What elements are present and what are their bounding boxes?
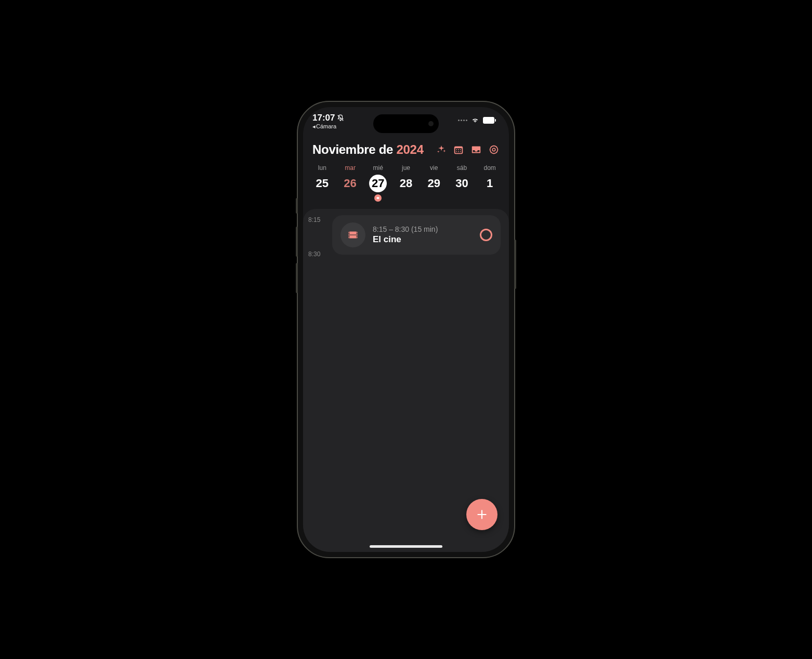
complete-toggle[interactable]: [480, 229, 492, 241]
day-label: mié: [373, 164, 383, 172]
day-label: vie: [430, 164, 438, 172]
svg-rect-19: [348, 237, 349, 238]
svg-rect-16: [348, 232, 349, 233]
time-marker: 8:30: [308, 251, 320, 258]
day-label: dom: [483, 164, 495, 172]
status-back-app[interactable]: ◂ Cámara: [312, 123, 344, 129]
cellular-icon: [458, 120, 467, 121]
year-label: 2024: [397, 142, 424, 156]
time-text: 17:07: [312, 113, 335, 123]
film-icon: [340, 222, 365, 247]
svg-point-11: [492, 148, 495, 151]
status-time: 17:07: [312, 113, 344, 123]
home-indicator[interactable]: [370, 545, 442, 548]
svg-rect-3: [455, 148, 462, 153]
svg-point-10: [490, 146, 498, 154]
day-tue[interactable]: mar 26: [336, 164, 364, 202]
day-fri[interactable]: vie 29: [420, 164, 448, 202]
wifi-icon: [470, 116, 480, 124]
svg-point-6: [460, 149, 461, 150]
bell-slash-icon: [337, 114, 344, 122]
screen: 17:07 ◂ Cámara Noviembre de 2024: [303, 107, 509, 552]
day-sun[interactable]: dom 1: [476, 164, 504, 202]
back-app-label: Cámara: [316, 123, 336, 129]
svg-rect-12: [377, 197, 379, 199]
day-mon[interactable]: lun 25: [308, 164, 336, 202]
svg-rect-22: [357, 235, 358, 236]
side-button: [296, 198, 298, 214]
svg-point-7: [456, 151, 457, 152]
event-title: El cine: [373, 234, 473, 245]
event-time: 8:15 – 8:30 (15 min): [373, 225, 473, 233]
gear-icon[interactable]: [488, 144, 500, 155]
day-thu[interactable]: jue 28: [392, 164, 420, 202]
calendar-icon[interactable]: [453, 144, 464, 155]
page-title[interactable]: Noviembre de 2024: [312, 142, 424, 157]
chevron-left-icon: ◂: [312, 123, 316, 129]
svg-rect-23: [357, 237, 358, 238]
timeline[interactable]: 8:15 8:30 8:15 – 8:30 (15 min) El cine: [303, 209, 509, 552]
app-header: Noviembre de 2024: [303, 135, 509, 161]
svg-rect-17: [348, 234, 349, 235]
svg-point-9: [460, 151, 461, 152]
power-button: [514, 240, 516, 289]
day-number: 29: [425, 175, 443, 192]
volume-up-button: [296, 227, 298, 257]
day-wed-selected[interactable]: mié 27: [364, 164, 392, 202]
day-number: 28: [397, 175, 415, 192]
svg-point-8: [458, 151, 459, 152]
svg-point-5: [458, 149, 459, 150]
day-label: jue: [402, 164, 410, 172]
day-number: 30: [453, 175, 470, 192]
day-number: 27: [369, 175, 387, 192]
day-label: mar: [345, 164, 356, 172]
volume-down-button: [296, 263, 298, 293]
day-number: 1: [481, 175, 499, 192]
plus-icon: [475, 508, 489, 521]
day-number: 26: [342, 175, 359, 192]
dynamic-island: [373, 114, 439, 133]
svg-point-4: [456, 149, 457, 150]
svg-rect-24: [350, 234, 357, 235]
day-label: lun: [318, 164, 326, 172]
time-marker: 8:15: [308, 216, 320, 223]
event-dot-icon: [374, 194, 382, 202]
day-sat[interactable]: sáb 30: [448, 164, 476, 202]
month-label: Noviembre de: [312, 142, 393, 156]
svg-rect-21: [357, 234, 358, 235]
svg-rect-18: [348, 235, 349, 236]
day-label: sáb: [457, 164, 467, 172]
event-card[interactable]: 8:15 – 8:30 (15 min) El cine: [332, 215, 501, 255]
sparkle-icon[interactable]: [436, 144, 447, 155]
svg-rect-20: [357, 232, 358, 233]
phone-frame: 17:07 ◂ Cámara Noviembre de 2024: [297, 101, 515, 558]
svg-rect-1: [495, 119, 496, 122]
day-number: 25: [313, 175, 331, 192]
battery-icon: [483, 117, 496, 124]
inbox-icon[interactable]: [470, 144, 482, 155]
svg-rect-0: [483, 117, 494, 124]
week-strip: lun 25 mar 26 mié 27 jue 28 vie 29: [303, 161, 509, 209]
add-button[interactable]: [466, 499, 497, 530]
